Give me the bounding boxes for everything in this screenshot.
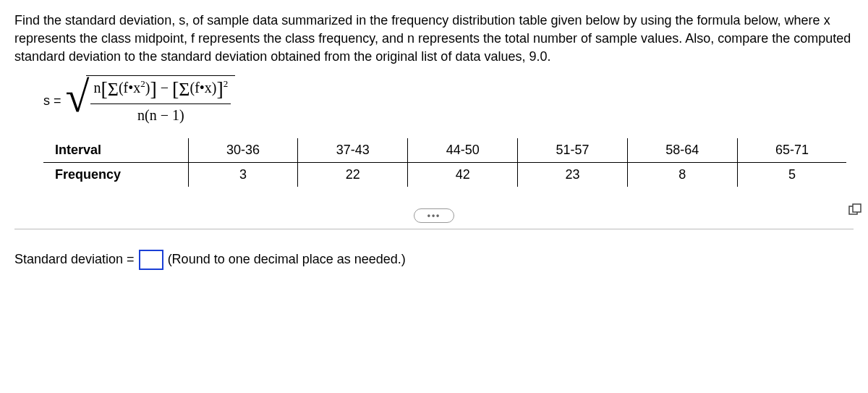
table-row: Interval 30-36 37-43 44-50 51-57 58-64 6… xyxy=(43,138,846,163)
interval-cell: 37-43 xyxy=(298,138,408,163)
frequency-table: Interval 30-36 37-43 44-50 51-57 58-64 6… xyxy=(43,138,846,187)
table-row: Frequency 3 22 42 23 8 5 xyxy=(43,162,846,187)
interval-cell: 51-57 xyxy=(518,138,628,163)
ellipsis-icon: ••• xyxy=(427,211,441,221)
answer-hint: (Round to one decimal place as needed.) xyxy=(168,252,406,267)
frequency-cell: 3 xyxy=(188,162,298,187)
formula: s = √ n[Σ(f•x2)] − [Σ(f•x)]2 n(n − 1) xyxy=(43,75,854,127)
interval-cell: 65-71 xyxy=(737,138,846,163)
square-root: √ n[Σ(f•x2)] − [Σ(f•x)]2 n(n − 1) xyxy=(66,75,236,127)
popout-icon xyxy=(848,203,862,217)
interval-label: Interval xyxy=(43,138,188,163)
standard-deviation-input[interactable] xyxy=(139,250,163,270)
frequency-cell: 8 xyxy=(627,162,737,187)
answer-row: Standard deviation = (Round to one decim… xyxy=(14,250,854,270)
popout-button[interactable] xyxy=(848,203,862,217)
section-divider xyxy=(14,229,854,229)
interval-cell: 58-64 xyxy=(627,138,737,163)
answer-label: Standard deviation = xyxy=(14,252,135,267)
frequency-label: Frequency xyxy=(43,162,188,187)
frequency-cell: 42 xyxy=(408,162,518,187)
problem-statement: Find the standard deviation, s, of sampl… xyxy=(14,12,854,67)
formula-lhs: s = xyxy=(43,93,61,109)
interval-cell: 44-50 xyxy=(408,138,518,163)
formula-numerator: n[Σ(f•x2)] − [Σ(f•x)]2 xyxy=(90,76,231,103)
interval-cell: 30-36 xyxy=(188,138,298,163)
formula-denominator: n(n − 1) xyxy=(135,104,187,125)
svg-rect-1 xyxy=(853,204,861,212)
frequency-cell: 23 xyxy=(518,162,628,187)
frequency-cell: 5 xyxy=(737,162,846,187)
expand-button[interactable]: ••• xyxy=(414,208,454,223)
frequency-cell: 22 xyxy=(298,162,408,187)
